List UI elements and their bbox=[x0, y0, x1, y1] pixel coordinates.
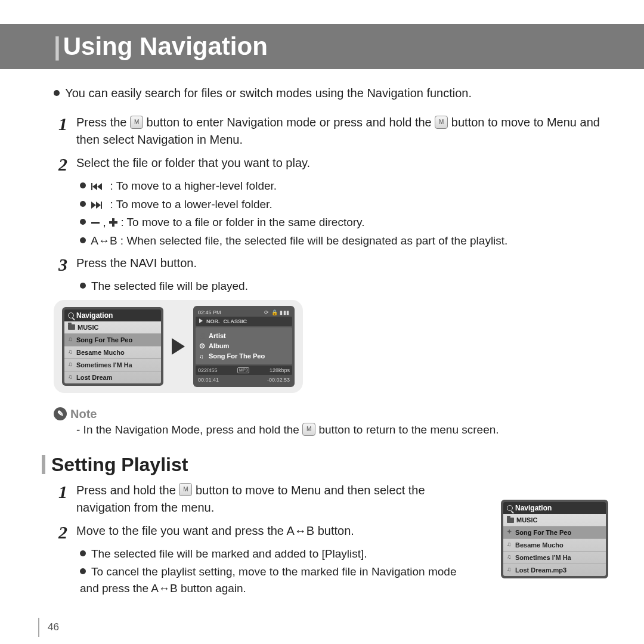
note-heading: ✎ Note bbox=[54, 407, 644, 421]
step-3: 3 Press the NAVI button. bbox=[58, 255, 602, 274]
fast-forward-icon bbox=[91, 202, 107, 209]
m-button-icon: M bbox=[130, 116, 143, 129]
music-note-icon bbox=[68, 349, 74, 355]
folder-icon bbox=[507, 518, 514, 523]
song-icon bbox=[199, 352, 206, 360]
step-1: 1 Press the M button to enter Navigation… bbox=[58, 114, 602, 148]
music-note-icon bbox=[68, 362, 74, 368]
artist-icon bbox=[199, 332, 206, 339]
device-navigation-list: Navigation MUSIC Song For The Peo Besame… bbox=[62, 307, 163, 386]
demo-screenshots: Navigation MUSIC Song For The Peo Besame… bbox=[54, 300, 303, 393]
playlist-step-2-subitems: The selected file will be marked and add… bbox=[80, 546, 471, 597]
page-number: 46 bbox=[48, 621, 59, 633]
plus-icon bbox=[109, 218, 117, 227]
sub-heading: Setting Playlist bbox=[42, 454, 644, 476]
search-icon bbox=[507, 505, 513, 511]
playlist-step-2: 2 Move to the file you want and press th… bbox=[58, 522, 471, 542]
step-2: 2 Select the file or folder that you wan… bbox=[58, 154, 602, 174]
m-button-icon: M bbox=[302, 423, 315, 436]
folder-icon bbox=[68, 324, 75, 330]
rewind-icon bbox=[91, 183, 107, 190]
page-divider bbox=[38, 618, 39, 637]
playlist-step-1: 1 Press and hold the M button to move to… bbox=[58, 482, 471, 516]
note-text: - In the Navigation Mode, press and hold… bbox=[76, 423, 644, 437]
intro-text: You can easily search for files or switc… bbox=[54, 85, 602, 102]
music-note-icon bbox=[68, 337, 74, 343]
music-note-icon bbox=[507, 542, 513, 548]
music-note-icon bbox=[68, 374, 74, 380]
step-2-subitems: : To move to a higher-level folder. : To… bbox=[80, 178, 602, 249]
page-title: |Using Navigation bbox=[0, 24, 644, 69]
arrow-right-icon bbox=[172, 338, 185, 355]
album-icon bbox=[199, 342, 206, 350]
step-3-subitems: The selected file will be played. bbox=[80, 278, 602, 295]
music-note-icon bbox=[507, 555, 513, 561]
playlist-mark-icon bbox=[507, 530, 513, 535]
music-note-icon bbox=[507, 567, 513, 573]
play-icon bbox=[199, 318, 203, 323]
device-now-playing: 02:45 PM⟳ 🔒 ▮▮▮ NOR.CLASSIC Artist Album… bbox=[193, 306, 295, 387]
m-button-icon: M bbox=[179, 483, 192, 496]
note-badge-icon: ✎ bbox=[54, 407, 67, 420]
m-button-icon: M bbox=[435, 116, 448, 129]
minus-icon bbox=[91, 222, 100, 224]
device-playlist-navigation: Navigation MUSIC Song For The Peo Besame… bbox=[501, 500, 608, 578]
search-icon bbox=[68, 312, 74, 318]
